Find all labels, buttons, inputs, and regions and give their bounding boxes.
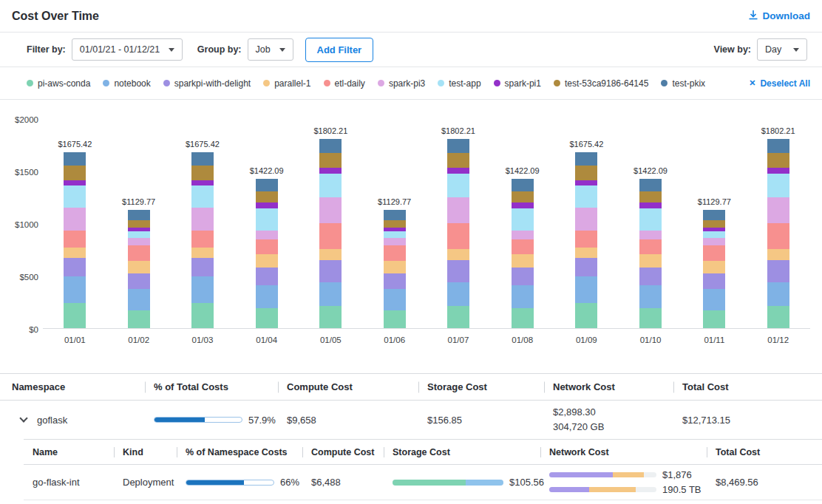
column-header-total[interactable]: Total Cost — [707, 447, 813, 457]
bar-segment-sparkpi-with-delight[interactable] — [512, 268, 534, 285]
bar-segment-pi-aws-conda[interactable] — [128, 310, 150, 328]
bar-segment-spark-pi3[interactable] — [767, 197, 789, 223]
bar-segment-sparkpi-with-delight[interactable] — [384, 273, 406, 289]
bar-group[interactable]: $1422.0901/08 — [506, 119, 540, 328]
bar-segment-test-pkix[interactable] — [639, 179, 662, 191]
bar-segment-spark-pi1[interactable] — [639, 202, 662, 208]
bar-segment-test-53ca9186-64145[interactable] — [639, 191, 662, 202]
bar-segment-test-app[interactable] — [319, 174, 342, 198]
bar-segment-sparkpi-with-delight[interactable] — [319, 260, 342, 282]
bar-segment-notebook[interactable] — [767, 282, 789, 307]
bar-segment-test-app[interactable] — [767, 174, 789, 198]
column-header-pct-namespace[interactable]: % of Namespace Costs — [177, 447, 302, 457]
bar-segment-sparkpi-with-delight[interactable] — [191, 258, 214, 277]
bar-segment-spark-pi3[interactable] — [256, 231, 278, 239]
bar-segment-test-53ca9186-64145[interactable] — [256, 191, 278, 202]
bar-group[interactable]: $1129.7701/06 — [378, 119, 411, 328]
bar-group[interactable]: $1422.0901/04 — [250, 119, 284, 328]
bar-segment-spark-pi1[interactable] — [447, 168, 469, 174]
bar-segment-pi-aws-conda[interactable] — [575, 303, 597, 328]
bar-segment-test-53ca9186-64145[interactable] — [575, 166, 597, 180]
chevron-down-icon[interactable] — [19, 414, 27, 422]
bar-segment-notebook[interactable] — [447, 282, 469, 307]
bar-segment-test-53ca9186-64145[interactable] — [128, 220, 150, 228]
bar-group[interactable]: $1675.4201/01 — [58, 119, 92, 328]
bar-segment-spark-pi3[interactable] — [639, 231, 662, 239]
bar-segment-test-app[interactable] — [384, 231, 406, 238]
bar-segment-etl-daily[interactable] — [128, 245, 150, 261]
legend-item-parallel-1[interactable]: parallel-1 — [263, 78, 310, 89]
bar-segment-spark-pi1[interactable] — [319, 168, 342, 174]
bar-segment-pi-aws-conda[interactable] — [384, 310, 406, 328]
bar-segment-test-app[interactable] — [64, 185, 86, 208]
bar-segment-spark-pi3[interactable] — [191, 208, 214, 231]
bar-segment-notebook[interactable] — [703, 289, 725, 310]
bar-group[interactable]: $1675.4201/09 — [569, 119, 603, 328]
column-header-namespace[interactable]: Namespace — [12, 381, 145, 392]
bar-segment-sparkpi-with-delight[interactable] — [447, 260, 469, 282]
bar-segment-notebook[interactable] — [128, 289, 150, 310]
bar-segment-parallel-1[interactable] — [639, 254, 662, 268]
bar-segment-test-pkix[interactable] — [256, 179, 278, 191]
bar-segment-test-53ca9186-64145[interactable] — [703, 220, 725, 228]
bar-group[interactable]: $1422.0901/10 — [634, 119, 668, 328]
column-menu-icon[interactable] — [660, 384, 663, 391]
bar-group[interactable]: $1802.2101/07 — [441, 119, 475, 328]
bar-segment-spark-pi3[interactable] — [319, 197, 342, 223]
bar-segment-pi-aws-conda[interactable] — [512, 308, 534, 328]
bar-segment-parallel-1[interactable] — [128, 261, 150, 273]
bar-segment-etl-daily[interactable] — [319, 223, 342, 249]
bar-segment-test-53ca9186-64145[interactable] — [319, 153, 342, 168]
add-filter-button[interactable]: Add Filter — [305, 38, 374, 62]
bar-segment-test-pkix[interactable] — [191, 152, 214, 166]
bar-segment-etl-daily[interactable] — [64, 231, 86, 248]
stacked-bar[interactable] — [639, 179, 662, 328]
legend-item-test-app[interactable]: test-app — [438, 78, 480, 89]
bar-segment-spark-pi1[interactable] — [64, 180, 86, 185]
legend-item-test-53ca9186-64145[interactable]: test-53ca9186-64145 — [554, 78, 648, 89]
legend-item-etl-daily[interactable]: etl-daily — [324, 78, 365, 89]
bar-group[interactable]: $1129.7701/02 — [122, 119, 155, 328]
bar-segment-spark-pi3[interactable] — [384, 238, 406, 245]
bar-segment-pi-aws-conda[interactable] — [64, 303, 86, 328]
stacked-bar[interactable] — [128, 210, 150, 328]
bar-segment-test-pkix[interactable] — [447, 139, 469, 153]
bar-segment-sparkpi-with-delight[interactable] — [128, 273, 150, 289]
bar-segment-test-53ca9186-64145[interactable] — [64, 166, 86, 180]
namespace-cell[interactable]: goflask — [12, 415, 145, 426]
bar-segment-pi-aws-conda[interactable] — [191, 303, 214, 328]
bar-segment-parallel-1[interactable] — [256, 254, 278, 268]
column-header-storage[interactable]: Storage Cost — [384, 447, 540, 457]
bar-segment-spark-pi1[interactable] — [256, 202, 278, 208]
legend-item-notebook[interactable]: notebook — [103, 78, 150, 89]
bar-segment-notebook[interactable] — [512, 285, 534, 308]
bar-segment-etl-daily[interactable] — [384, 245, 406, 261]
bar-segment-test-app[interactable] — [256, 208, 278, 231]
bar-segment-test-pkix[interactable] — [319, 139, 342, 153]
stacked-bar[interactable] — [767, 139, 789, 328]
bar-group[interactable]: $1802.2101/12 — [761, 119, 795, 328]
bar-segment-pi-aws-conda[interactable] — [767, 306, 789, 328]
bar-segment-test-53ca9186-64145[interactable] — [191, 166, 214, 180]
bar-segment-etl-daily[interactable] — [575, 231, 597, 248]
bar-segment-etl-daily[interactable] — [512, 239, 534, 254]
bar-segment-test-pkix[interactable] — [64, 152, 86, 166]
bar-segment-parallel-1[interactable] — [319, 249, 342, 260]
bar-segment-parallel-1[interactable] — [64, 248, 86, 258]
bar-segment-test-pkix[interactable] — [767, 139, 789, 153]
bar-segment-test-53ca9186-64145[interactable] — [767, 153, 789, 168]
bar-segment-parallel-1[interactable] — [767, 249, 789, 260]
bar-segment-notebook[interactable] — [384, 289, 406, 310]
bar-segment-test-pkix[interactable] — [512, 179, 534, 191]
bar-segment-parallel-1[interactable] — [575, 248, 597, 258]
bar-segment-test-pkix[interactable] — [703, 210, 725, 220]
bar-segment-test-pkix[interactable] — [575, 152, 597, 166]
column-header-network[interactable]: Network Cost — [544, 381, 673, 392]
bar-segment-notebook[interactable] — [319, 282, 342, 307]
column-header-kind[interactable]: Kind — [114, 447, 177, 457]
bar-segment-spark-pi1[interactable] — [767, 168, 789, 174]
bar-segment-spark-pi3[interactable] — [512, 231, 534, 239]
bar-group[interactable]: $1802.2101/05 — [313, 119, 347, 328]
stacked-bar[interactable] — [512, 179, 534, 328]
bar-segment-etl-daily[interactable] — [191, 231, 214, 248]
